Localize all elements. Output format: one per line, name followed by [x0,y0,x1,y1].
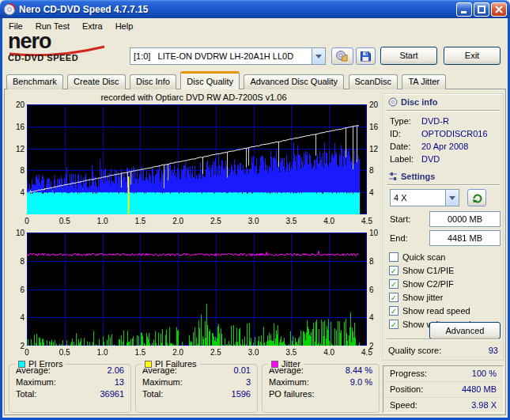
x-axis-tick: 4.0 [317,348,341,357]
hand-disc-icon [335,50,349,62]
stat-value: 8.44 % [346,365,372,376]
x-axis-tick: 4.0 [317,217,341,225]
checkbox-show-jitter[interactable]: ✓Show jitter [389,293,443,302]
chevron-down-icon [315,55,322,59]
tab-disc-quality[interactable]: Disc Quality [180,71,240,89]
save-button[interactable] [356,47,376,65]
divider [387,110,500,112]
x-axis-tick: 4.5 [355,217,379,225]
minimize-button[interactable] [456,2,472,17]
title-bar[interactable]: Nero CD-DVD Speed 4.7.7.15 [0,0,510,18]
x-axis-tick: 3.0 [242,348,266,357]
pi-failures-swatch [145,361,152,368]
maximize-button[interactable] [474,2,489,17]
close-button[interactable] [491,2,507,17]
y-axis-tick-left: 8 [5,257,25,266]
pi-failures-group: PI Failures Average:0.01 Maximum:3 Total… [135,364,258,413]
stat-value: 3 [246,376,251,388]
tab-disc-info[interactable]: Disc Info [130,74,176,89]
stat-label: Maximum: [16,376,56,388]
x-axis-tick: 3.5 [279,217,303,225]
menu-help[interactable]: Help [109,20,140,32]
eject-disc-button[interactable] [331,47,353,65]
x-axis-tick: 1.0 [91,217,115,225]
stat-label: Maximum: [142,376,183,388]
stat-value: 2.06 [108,365,124,376]
app-icon [3,3,16,16]
stat-value: 36961 [100,388,124,400]
refresh-button[interactable] [467,189,486,206]
stat-label: Total: [16,388,36,400]
x-axis-tick: 2.5 [204,348,228,357]
checkbox-show-c2-pif[interactable]: ✓Show C2/PIF [389,279,454,289]
jitter-chart-canvas [27,233,367,346]
quality-score-row: Quality score: 93 [388,342,498,358]
checkbox-icon[interactable]: ✓ [389,293,399,302]
tab-create-disc[interactable]: Create Disc [67,74,125,89]
pi-errors-chart-canvas [27,104,367,214]
speed-select[interactable]: 4 X [390,189,459,206]
jitter-swatch [271,361,278,368]
checkbox-icon[interactable] [389,252,399,262]
start-button[interactable]: Start [380,47,437,65]
stat-row: Total:36961 [9,388,130,400]
checkbox-show-c1-pie[interactable]: ✓Show C1/PIE [389,266,454,275]
end-position-label: End: [390,233,408,243]
end-position-field[interactable]: 4481 MB [429,230,501,246]
x-axis-tick: 4.5 [355,348,379,357]
disc-icon [388,97,398,107]
exit-button[interactable]: Exit [444,47,501,65]
pi-errors-swatch [18,361,25,368]
stat-row: Total:1596 [136,388,257,400]
y-axis-tick-left: 4 [5,188,25,197]
x-axis-tick: 3.0 [242,217,266,225]
quality-score-value: 93 [489,346,498,355]
checkbox-icon[interactable]: ✓ [389,279,399,289]
menu-extra[interactable]: Extra [76,20,109,32]
tab-ta-jitter[interactable]: TA Jitter [402,74,446,89]
stat-value: 13 [115,376,124,388]
tab-advanced-disc-quality[interactable]: Advanced Disc Quality [244,74,344,89]
stat-value: 9.0 % [350,376,372,388]
checkbox-icon[interactable]: ✓ [389,266,399,275]
stat-value: 1596 [232,388,251,400]
settings-header: Settings [388,172,435,181]
speed-select-arrow-button[interactable] [445,190,459,206]
checkbox-show-read-speed[interactable]: ✓Show read speed [389,306,470,316]
group-title: Jitter [281,359,300,369]
pi-errors-group: PI Errors Average:2.06 Maximum:13 Total:… [9,364,131,413]
window-title: Nero CD-DVD Speed 4.7.7.15 [19,4,456,15]
jitter-chart: 10108866442200.51.01.52.02.53.03.54.04.5 [5,233,383,361]
quality-score-label: Quality score: [388,346,441,355]
recorded-with-label: recorded with Optiarc DVD RW AD-7200S v1… [5,93,383,102]
window-frame: File Run Test Extra Help nero CD-DVD SPE… [0,18,510,420]
x-axis-tick: 2.0 [166,217,190,225]
disc-info-title: Disc info [401,97,437,107]
x-axis-tick: 0 [15,348,39,357]
drive-select[interactable]: [1:0] LITE-ON DVDRW LH-20A1H LL0D [130,47,326,65]
y-axis-tick-left: 10 [5,229,25,237]
start-position-field[interactable]: 0000 MB [429,211,501,227]
checkbox-icon[interactable]: ✓ [389,320,399,329]
drive-select-arrow-button[interactable] [312,48,325,64]
tab-benchmark[interactable]: Benchmark [6,74,63,89]
save-icon [360,51,372,62]
tab-scandisc[interactable]: ScanDisc [349,74,398,89]
stat-label: Maximum: [269,376,309,388]
tab-strip: Benchmark Create Disc Disc Info Disc Qua… [6,71,447,90]
progress-row: Progress:100 % [383,366,503,382]
checkbox-icon[interactable]: ✓ [389,306,399,316]
stat-row: PO failures: [263,388,379,400]
cd-dvd-speed-logo-text: CD-DVD SPEED [8,53,127,62]
y-axis-tick-left: 12 [5,145,25,153]
stat-row: Maximum:3 [136,376,257,388]
chevron-down-icon [449,196,455,200]
progress-panel: Progress:100 % Position:4480 MB Speed:3.… [383,365,504,413]
x-axis-tick: 0.5 [53,348,77,357]
divider [387,339,500,340]
speed-row: Speed:3.98 X [383,398,503,413]
group-title: PI Failures [155,359,197,369]
y-axis-tick-left: 6 [5,286,25,294]
advanced-button[interactable]: Advanced [429,322,501,339]
checkbox-quick-scan[interactable]: Quick scan [389,252,445,262]
